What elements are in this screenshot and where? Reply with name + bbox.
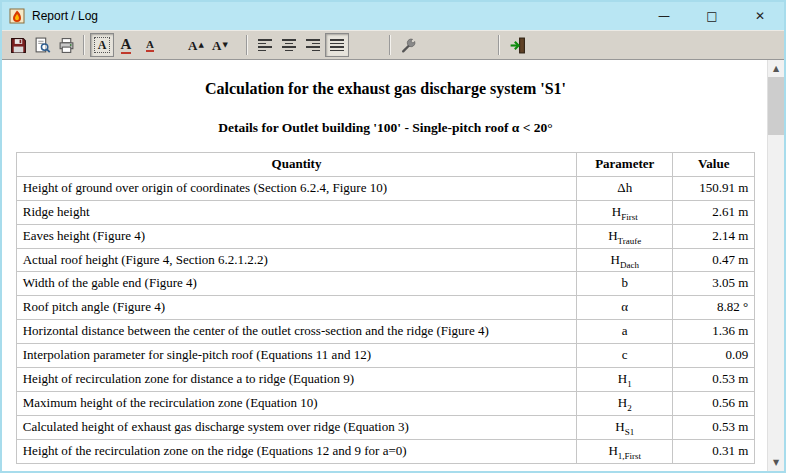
value-cell: 0.09 bbox=[673, 344, 755, 368]
parameter-cell: HS1 bbox=[577, 415, 673, 439]
parameter-cell: α bbox=[577, 296, 673, 320]
align-right-icon bbox=[306, 39, 320, 51]
report-document: Calculation for the exhaust gas discharg… bbox=[2, 60, 767, 471]
table-row: Horizontal distance between the center o… bbox=[16, 320, 755, 344]
parameter-cell: H2 bbox=[577, 391, 673, 415]
save-button[interactable] bbox=[6, 33, 30, 57]
print-button[interactable] bbox=[54, 33, 78, 57]
quantity-cell: Roof pitch angle (Figure 4) bbox=[16, 296, 577, 320]
settings-button[interactable] bbox=[396, 33, 420, 57]
align-justify-button[interactable] bbox=[325, 33, 349, 57]
font-increase-button[interactable]: A ▲ bbox=[184, 33, 208, 57]
value-cell: 1.36 m bbox=[673, 320, 755, 344]
align-right-button[interactable] bbox=[301, 33, 325, 57]
table-row: Roof pitch angle (Figure 4)α8.82 ° bbox=[16, 296, 755, 320]
table-row: Eaves height (Figure 4)HTraufe2.14 m bbox=[16, 224, 755, 248]
print-preview-button[interactable] bbox=[30, 33, 54, 57]
quantity-cell: Actual roof height (Figure 4, Section 6.… bbox=[16, 248, 577, 272]
quantity-cell: Height of the recirculation zone on the … bbox=[16, 439, 577, 463]
print-preview-icon bbox=[34, 37, 51, 54]
quantity-cell: Horizontal distance between the center o… bbox=[16, 320, 577, 344]
align-left-icon bbox=[258, 39, 272, 51]
value-cell: 0.31 m bbox=[673, 439, 755, 463]
value-cell: 0.47 m bbox=[673, 248, 755, 272]
align-justify-icon bbox=[330, 39, 344, 51]
scrollbar-track[interactable] bbox=[768, 135, 784, 454]
value-cell: 8.82 ° bbox=[673, 296, 755, 320]
value-cell: 3.05 m bbox=[673, 272, 755, 296]
font-decrease-button[interactable]: A ▼ bbox=[208, 33, 232, 57]
window-title: Report / Log bbox=[32, 9, 98, 23]
scrollbar-thumb[interactable] bbox=[768, 77, 784, 135]
report-table: Quantity Parameter Value Height of groun… bbox=[16, 152, 756, 464]
table-row: Height of recirculation zone for distanc… bbox=[16, 368, 755, 392]
report-log-window: Report / Log — □ ✕ bbox=[0, 0, 786, 473]
parameter-cell: HTraufe bbox=[577, 224, 673, 248]
quantity-cell: Height of recirculation zone for distanc… bbox=[16, 368, 577, 392]
value-cell: 2.61 m bbox=[673, 200, 755, 224]
value-header: Value bbox=[673, 153, 755, 177]
table-row: Actual roof height (Figure 4, Section 6.… bbox=[16, 248, 755, 272]
scroll-down-arrow[interactable]: ▼ bbox=[768, 454, 784, 471]
table-header-row: Quantity Parameter Value bbox=[16, 153, 755, 177]
parameter-cell: Δh bbox=[577, 176, 673, 200]
value-cell: 150.91 m bbox=[673, 176, 755, 200]
toolbar-separator bbox=[498, 35, 500, 55]
toolbar-separator bbox=[389, 35, 391, 55]
table-row: Maximum height of the recirculation zone… bbox=[16, 391, 755, 415]
wrench-icon bbox=[400, 37, 417, 54]
scroll-up-arrow[interactable]: ▲ bbox=[768, 60, 784, 77]
value-cell: 0.53 m bbox=[673, 368, 755, 392]
save-icon bbox=[10, 37, 27, 54]
align-center-icon bbox=[282, 39, 296, 51]
maximize-button[interactable]: □ bbox=[688, 2, 736, 30]
parameter-cell: c bbox=[577, 344, 673, 368]
table-row: Width of the gable end (Figure 4)b3.05 m bbox=[16, 272, 755, 296]
parameter-cell: a bbox=[577, 320, 673, 344]
table-row: Ridge heightHFirst2.61 m bbox=[16, 200, 755, 224]
exit-button[interactable] bbox=[505, 33, 529, 57]
value-cell: 0.53 m bbox=[673, 415, 755, 439]
font-increase-icon: A ▲ bbox=[188, 39, 204, 52]
align-left-button[interactable] bbox=[253, 33, 277, 57]
table-row: Height of the recirculation zone on the … bbox=[16, 439, 755, 463]
parameter-header: Parameter bbox=[577, 153, 673, 177]
framed-a-icon: A bbox=[94, 37, 111, 53]
align-center-button[interactable] bbox=[277, 33, 301, 57]
window-controls: — □ ✕ bbox=[640, 2, 784, 30]
exit-icon bbox=[509, 37, 526, 54]
quantity-cell: Height of ground over origin of coordina… bbox=[16, 176, 577, 200]
toolbar: A A A A ▲ A ▼ bbox=[2, 30, 784, 60]
parameter-cell: HDach bbox=[577, 248, 673, 272]
parameter-cell: H1 bbox=[577, 368, 673, 392]
content-area: Calculation for the exhaust gas discharg… bbox=[2, 60, 784, 471]
close-button[interactable]: ✕ bbox=[736, 2, 784, 30]
toolbar-separator bbox=[83, 35, 85, 55]
app-flame-icon bbox=[9, 8, 25, 24]
report-title: Calculation for the exhaust gas discharg… bbox=[12, 80, 759, 98]
table-row: Height of ground over origin of coordina… bbox=[16, 176, 755, 200]
print-icon bbox=[58, 37, 75, 54]
value-cell: 2.14 m bbox=[673, 224, 755, 248]
large-font-button[interactable]: A bbox=[114, 33, 138, 57]
quantity-cell: Interpolation parameter for single-pitch… bbox=[16, 344, 577, 368]
quantity-cell: Width of the gable end (Figure 4) bbox=[16, 272, 577, 296]
frame-font-button[interactable]: A bbox=[90, 33, 114, 57]
quantity-cell: Ridge height bbox=[16, 200, 577, 224]
large-a-icon: A bbox=[121, 37, 132, 54]
small-font-button[interactable]: A bbox=[138, 33, 162, 57]
quantity-cell: Calculated height of exhaust gas dischar… bbox=[16, 415, 577, 439]
value-cell: 0.56 m bbox=[673, 391, 755, 415]
table-row: Interpolation parameter for single-pitch… bbox=[16, 344, 755, 368]
parameter-cell: HFirst bbox=[577, 200, 673, 224]
toolbar-separator bbox=[246, 35, 248, 55]
quantity-header: Quantity bbox=[16, 153, 577, 177]
vertical-scrollbar[interactable]: ▲ ▼ bbox=[767, 60, 784, 471]
quantity-cell: Eaves height (Figure 4) bbox=[16, 224, 577, 248]
font-decrease-icon: A ▼ bbox=[212, 39, 228, 52]
minimize-button[interactable]: — bbox=[640, 2, 688, 30]
table-body: Height of ground over origin of coordina… bbox=[16, 176, 755, 463]
table-row: Calculated height of exhaust gas dischar… bbox=[16, 415, 755, 439]
small-a-icon: A bbox=[146, 39, 154, 52]
parameter-cell: H1,First bbox=[577, 439, 673, 463]
